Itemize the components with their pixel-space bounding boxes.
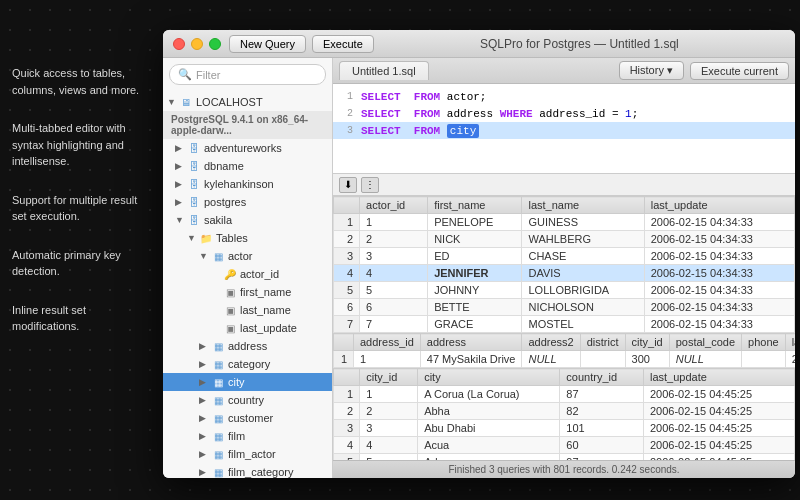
minimize-button[interactable]	[191, 38, 203, 50]
table-row[interactable]: 5 5 JOHNNY LOLLOBRIGIDA 2006-02-15 04:34…	[334, 282, 795, 299]
cell-last-update[interactable]: 2006-02-15 04:34:33	[644, 248, 794, 265]
cell-country-id[interactable]: 82	[560, 403, 644, 420]
sidebar-item-country[interactable]: ▶ ▦ country	[163, 391, 332, 409]
sql-editor[interactable]: 1 SELECT FROM actor; 2 SELECT FROM addre…	[333, 84, 795, 174]
col-first-name[interactable]: first_name	[428, 197, 522, 214]
cell-last-name[interactable]: GUINESS	[522, 214, 644, 231]
cell-first-name[interactable]: JENNIFER	[428, 265, 522, 282]
cell-last-name[interactable]: LOLLOBRIGIDA	[522, 282, 644, 299]
cell-city-id[interactable]: 4	[360, 437, 418, 454]
cell-last-name[interactable]: DAVIS	[522, 265, 644, 282]
cell-last-name[interactable]: WAHLBERG	[522, 231, 644, 248]
settings-icon[interactable]: ⋮	[361, 177, 379, 193]
table-row[interactable]: 1 1 A Corua (La Corua) 87 2006-02-15 04:…	[334, 386, 795, 403]
sidebar-item-film-category[interactable]: ▶ ▦ film_category	[163, 463, 332, 478]
col-address-id[interactable]: address_id	[354, 334, 421, 351]
cell-actor-id[interactable]: 5	[360, 282, 428, 299]
cell-address2[interactable]: NULL	[522, 351, 580, 368]
cell-last-update[interactable]: 2006-02-15 04:34:33	[644, 282, 794, 299]
cell-phone[interactable]	[742, 351, 786, 368]
new-query-button[interactable]: New Query	[229, 35, 306, 53]
cell-first-name[interactable]: BETTE	[428, 299, 522, 316]
cell-postal-code[interactable]: NULL	[669, 351, 741, 368]
table-row[interactable]: 1 1 47 MySakila Drive NULL 300 NULL 2006…	[334, 351, 796, 368]
col-last-update[interactable]: last_update	[643, 369, 794, 386]
cell-last-update[interactable]: 2006-02-15 04:45:30	[785, 351, 795, 368]
sidebar-item-adventureworks[interactable]: ▶ 🗄 adventureworks	[163, 139, 332, 157]
col-city-id[interactable]: city_id	[625, 334, 669, 351]
cell-first-name[interactable]: GRACE	[428, 316, 522, 333]
cell-country-id[interactable]: 60	[560, 437, 644, 454]
cell-city-id[interactable]: 300	[625, 351, 669, 368]
sidebar-col-last-name[interactable]: ▣ last_name	[163, 301, 332, 319]
cell-city[interactable]: Acua	[418, 437, 560, 454]
cell-address-id[interactable]: 1	[354, 351, 421, 368]
cell-city-id[interactable]: 1	[360, 386, 418, 403]
table-row[interactable]: 2 2 NICK WAHLBERG 2006-02-15 04:34:33	[334, 231, 795, 248]
maximize-button[interactable]	[209, 38, 221, 50]
sidebar-item-film-actor[interactable]: ▶ ▦ film_actor	[163, 445, 332, 463]
cell-city-id[interactable]: 2	[360, 403, 418, 420]
cell-last-update[interactable]: 2006-02-15 04:45:25	[643, 403, 794, 420]
sidebar-item-actor[interactable]: ▼ ▦ actor	[163, 247, 332, 265]
table-row[interactable]: 3 3 Abu Dhabi 101 2006-02-15 04:45:25	[334, 420, 795, 437]
sidebar-col-first-name[interactable]: ▣ first_name	[163, 283, 332, 301]
col-phone[interactable]: phone	[742, 334, 786, 351]
sidebar-item-city[interactable]: ▶ ▦ city	[163, 373, 332, 391]
history-button[interactable]: History ▾	[619, 61, 684, 80]
cell-last-update[interactable]: 2006-02-15 04:34:33	[644, 231, 794, 248]
table-row[interactable]: 3 3 ED CHASE 2006-02-15 04:34:33	[334, 248, 795, 265]
export-icon[interactable]: ⬇	[339, 177, 357, 193]
col-country-id[interactable]: country_id	[560, 369, 644, 386]
server-item[interactable]: ▼ 🖥 LOCALHOST	[163, 93, 332, 111]
cell-address[interactable]: 47 MySakila Drive	[420, 351, 522, 368]
col-city[interactable]: city	[418, 369, 560, 386]
col-city-id[interactable]: city_id	[360, 369, 418, 386]
table-row[interactable]: 2 2 Abha 82 2006-02-15 04:45:25	[334, 403, 795, 420]
sidebar-col-last-update[interactable]: ▣ last_update	[163, 319, 332, 337]
search-box[interactable]: 🔍 Filter	[169, 64, 326, 85]
cell-last-name[interactable]: NICHOLSON	[522, 299, 644, 316]
cell-country-id[interactable]: 101	[560, 420, 644, 437]
cell-last-update[interactable]: 2006-02-15 04:45:25	[643, 420, 794, 437]
col-last-name[interactable]: last_name	[522, 197, 644, 214]
cell-city-id[interactable]: 3	[360, 420, 418, 437]
tab-untitled[interactable]: Untitled 1.sql	[339, 61, 429, 80]
cell-city[interactable]: Abu Dhabi	[418, 420, 560, 437]
cell-last-update[interactable]: 2006-02-15 04:34:33	[644, 265, 794, 282]
execute-button[interactable]: Execute	[312, 35, 374, 53]
sidebar-item-kylehankinson[interactable]: ▶ 🗄 kylehankinson	[163, 175, 332, 193]
cell-actor-id[interactable]: 4	[360, 265, 428, 282]
sidebar-item-dbname[interactable]: ▶ 🗄 dbname	[163, 157, 332, 175]
table-row[interactable]: 4 4 Acua 60 2006-02-15 04:45:25	[334, 437, 795, 454]
sidebar-tree[interactable]: ▼ 🖥 LOCALHOST PostgreSQL 9.4.1 on x86_64…	[163, 91, 332, 478]
cell-last-name[interactable]: CHASE	[522, 248, 644, 265]
col-postal-code[interactable]: postal_code	[669, 334, 741, 351]
results-area[interactable]: actor_id first_name last_name last_updat…	[333, 196, 795, 460]
sidebar-item-sakila[interactable]: ▼ 🗄 sakila	[163, 211, 332, 229]
col-district[interactable]: district	[580, 334, 625, 351]
col-last-update[interactable]: last_update	[644, 197, 794, 214]
sidebar-item-category[interactable]: ▶ ▦ category	[163, 355, 332, 373]
col-address[interactable]: address	[420, 334, 522, 351]
cell-last-update[interactable]: 2006-02-15 04:34:33	[644, 316, 794, 333]
cell-last-update[interactable]: 2006-02-15 04:34:33	[644, 299, 794, 316]
close-button[interactable]	[173, 38, 185, 50]
cell-last-name[interactable]: MOSTEL	[522, 316, 644, 333]
col-last-update[interactable]: last_update	[785, 334, 795, 351]
cell-first-name[interactable]: ED	[428, 248, 522, 265]
col-address2[interactable]: address2	[522, 334, 580, 351]
sidebar-item-tables[interactable]: ▼ 📁 Tables	[163, 229, 332, 247]
cell-country-id[interactable]: 87	[560, 386, 644, 403]
table-row[interactable]: 6 6 BETTE NICHOLSON 2006-02-15 04:34:33	[334, 299, 795, 316]
cell-actor-id[interactable]: 1	[360, 214, 428, 231]
table-row[interactable]: 4 4 JENNIFER DAVIS 2006-02-15 04:34:33	[334, 265, 795, 282]
sidebar-item-customer[interactable]: ▶ ▦ customer	[163, 409, 332, 427]
col-actor-id[interactable]: actor_id	[360, 197, 428, 214]
cell-last-update[interactable]: 2006-02-15 04:45:25	[643, 386, 794, 403]
cell-last-update[interactable]: 2006-02-15 04:45:25	[643, 437, 794, 454]
cell-actor-id[interactable]: 2	[360, 231, 428, 248]
cell-actor-id[interactable]: 3	[360, 248, 428, 265]
cell-last-update[interactable]: 2006-02-15 04:34:33	[644, 214, 794, 231]
cell-city[interactable]: Abha	[418, 403, 560, 420]
